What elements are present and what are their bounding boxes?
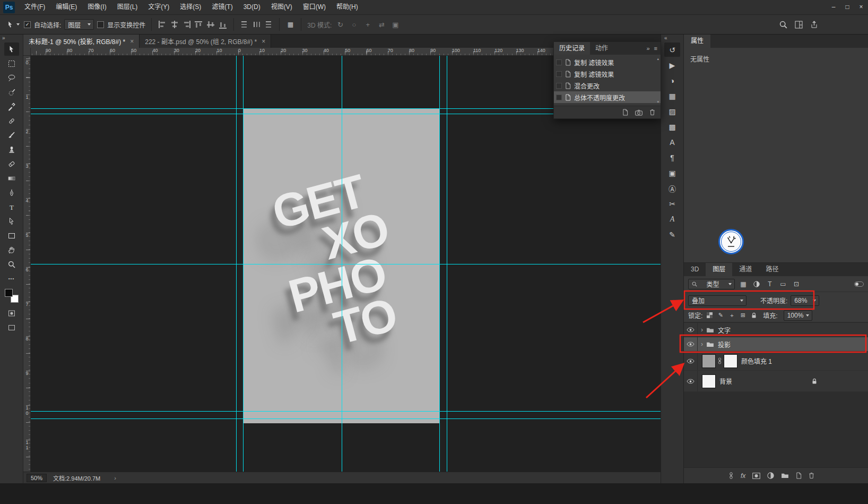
menu-file[interactable]: 文件(F) (19, 0, 50, 14)
edit-toolbar-button[interactable]: ••• (4, 272, 19, 285)
3d-camera-icon[interactable]: ▣ (390, 21, 401, 29)
visibility-toggle[interactable] (684, 337, 698, 351)
fill-field[interactable]: 100% (784, 310, 812, 321)
filter-type-layers-icon[interactable]: T (765, 280, 775, 288)
layer-row-shadow-group[interactable]: › 投影 (684, 337, 868, 352)
healing-brush-tool-button[interactable] (4, 114, 19, 127)
expand-icon[interactable]: › (698, 340, 706, 348)
new-group-icon[interactable] (781, 473, 789, 479)
search-icon[interactable] (779, 21, 787, 29)
pen-tool-button[interactable] (4, 186, 19, 199)
visibility-toggle[interactable] (684, 323, 698, 337)
quick-mask-button[interactable] (4, 306, 19, 320)
menu-window[interactable]: 窗口(W) (298, 0, 331, 14)
3d-pan-icon[interactable]: + (362, 21, 373, 29)
menu-layer[interactable]: 图层(L) (112, 0, 143, 14)
marquee-tool-button[interactable] (4, 57, 19, 70)
history-source-checkbox[interactable] (556, 71, 562, 77)
auto-align-icon[interactable]: ▦ (285, 21, 295, 28)
distribute-horizontal-icon[interactable] (252, 20, 261, 29)
link-layers-icon[interactable] (728, 472, 734, 479)
menu-3d[interactable]: 3D(D) (238, 0, 266, 14)
align-middle-icon[interactable] (206, 20, 215, 29)
zoom-tool-button[interactable] (4, 258, 19, 271)
delete-state-icon[interactable] (649, 109, 655, 116)
lock-position-icon[interactable]: + (727, 312, 736, 319)
align-right-icon[interactable] (182, 20, 191, 29)
menu-view[interactable]: 视图(V) (266, 0, 298, 14)
eyedropper-tool-button[interactable] (4, 100, 19, 113)
layer-filter-toggle[interactable] (854, 281, 864, 287)
clone-stamp-tool-button[interactable] (4, 143, 19, 156)
3d-roll-icon[interactable]: ○ (349, 21, 359, 29)
path-selection-tool-button[interactable] (4, 215, 19, 228)
history-entry-selected[interactable]: 总体不透明度更改 (554, 91, 661, 103)
gradients-panel-icon[interactable]: ▨ (664, 104, 680, 118)
layer-mask-thumbnail[interactable] (724, 354, 737, 368)
opacity-field[interactable]: 68% (791, 295, 819, 306)
eraser-tool-button[interactable] (4, 157, 19, 170)
filter-adjustment-layers-icon[interactable] (752, 280, 761, 288)
tab-history[interactable]: 历史记录 (554, 42, 590, 55)
filter-type-dropdown[interactable]: 类型 (688, 279, 735, 289)
history-entry[interactable]: 复制 滤镜效果 (554, 56, 661, 68)
patterns-panel-icon[interactable]: ▩ (664, 119, 680, 134)
show-transform-checkbox[interactable] (97, 21, 104, 28)
brush-settings-panel-icon[interactable]: ✎ (664, 227, 680, 242)
new-layer-icon[interactable] (796, 472, 802, 479)
menu-select[interactable]: 选择(S) (175, 0, 206, 14)
new-document-from-state-icon[interactable] (622, 109, 628, 116)
layer-thumbnail[interactable] (702, 374, 716, 388)
workspace-switcher-icon[interactable] (795, 21, 803, 29)
layer-style-icon[interactable]: fx (741, 472, 745, 480)
scissors-icon[interactable]: ✂ (664, 197, 680, 211)
lasso-tool-button[interactable] (4, 71, 19, 84)
swatches-panel-icon[interactable]: ▦ (664, 89, 680, 103)
layer-row-background[interactable]: 背景 (684, 371, 868, 392)
lock-transparency-icon[interactable] (705, 312, 714, 318)
distribute-spacing-icon[interactable] (264, 20, 273, 29)
color-panel-icon[interactable]: ◑ (664, 73, 680, 88)
auto-select-dropdown[interactable]: 图层 (64, 19, 94, 30)
close-button[interactable]: × (854, 0, 868, 15)
history-source-checkbox[interactable] (556, 59, 562, 65)
current-tool-button[interactable] (5, 21, 21, 29)
new-adjustment-layer-icon[interactable] (767, 472, 774, 479)
tab-3d[interactable]: 3D (684, 263, 706, 276)
layer-row-color-fill[interactable]: 颜色填充 1 (684, 352, 868, 371)
character-styles-panel-icon[interactable]: Ⓐ (664, 181, 680, 195)
character-panel-icon[interactable]: A (664, 135, 680, 149)
status-chevron-icon[interactable]: › (114, 475, 116, 481)
blend-mode-dropdown[interactable]: 叠加 (688, 295, 747, 306)
clone-source-panel-icon[interactable]: ▣ (664, 166, 680, 180)
close-icon[interactable]: × (262, 38, 265, 45)
filter-shape-layers-icon[interactable]: ▭ (778, 280, 788, 288)
paragraph-panel-icon[interactable]: ¶ (664, 150, 680, 165)
history-entry[interactable]: 混合更改 (554, 80, 661, 91)
fill-layer-thumbnail[interactable] (702, 354, 716, 368)
history-source-checkbox[interactable] (556, 95, 562, 100)
minimize-button[interactable]: – (827, 0, 840, 15)
screen-mode-button[interactable] (4, 321, 19, 334)
tab-paths[interactable]: 路径 (759, 263, 785, 276)
menu-help[interactable]: 帮助(H) (331, 0, 363, 14)
menu-edit[interactable]: 编辑(E) (50, 0, 82, 14)
scroll-up-icon[interactable]: ▴ (657, 57, 659, 61)
brush-tool-button[interactable] (4, 129, 19, 142)
rectangle-tool-button[interactable] (4, 229, 19, 242)
panel-menu-icon[interactable]: ≡ (654, 45, 657, 52)
close-icon[interactable]: × (130, 38, 134, 45)
history-source-checkbox[interactable] (556, 83, 562, 89)
glyphs-panel-icon[interactable]: A (664, 212, 680, 226)
visibility-toggle[interactable] (684, 371, 698, 391)
history-panel-icon[interactable]: ↺ (664, 42, 680, 57)
menu-type[interactable]: 文字(Y) (143, 0, 175, 14)
menu-filter[interactable]: 滤镜(T) (206, 0, 238, 14)
panel-collapse-icon[interactable]: » (646, 45, 649, 52)
move-tool-button[interactable] (4, 42, 19, 56)
dock-collapse-icon[interactable]: « (661, 35, 667, 42)
maximize-button[interactable]: □ (840, 0, 854, 15)
new-snapshot-icon[interactable] (635, 109, 643, 116)
auto-select-checkbox[interactable]: ✓ (24, 21, 31, 28)
3d-slide-icon[interactable]: ⇄ (376, 21, 387, 29)
